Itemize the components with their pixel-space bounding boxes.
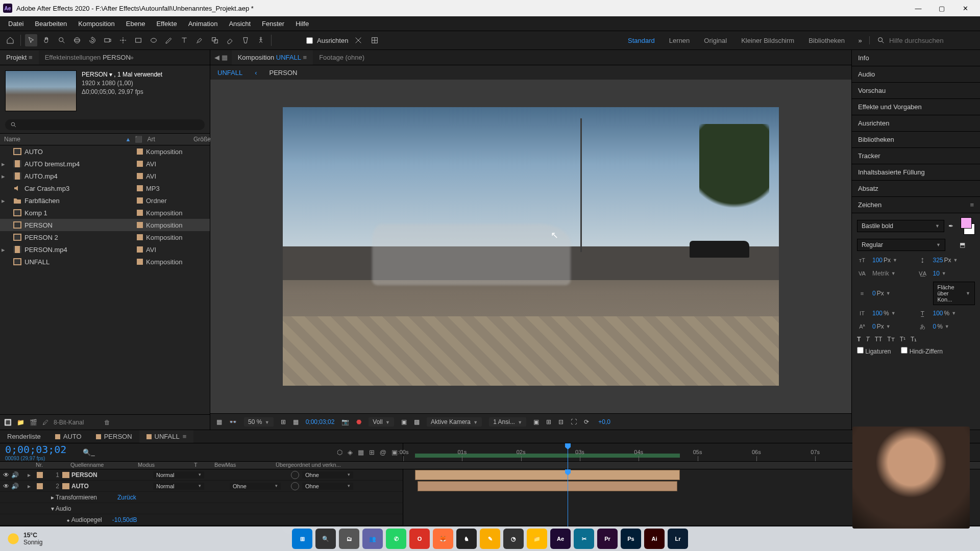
- subscript-button[interactable]: T₁: [911, 336, 917, 343]
- visibility-icon[interactable]: 👁: [3, 471, 9, 479]
- layer-property-audio[interactable]: ▾ Audio: [0, 503, 403, 514]
- taskbar-app[interactable]: ✂: [574, 529, 594, 549]
- menu-ansicht[interactable]: Ansicht: [224, 18, 256, 30]
- snap-grid-icon[interactable]: [369, 34, 381, 46]
- color-icon[interactable]: ⬣: [356, 418, 361, 425]
- taskbar-app[interactable]: ♞: [456, 529, 477, 549]
- new-folder-icon[interactable]: 📁: [17, 419, 24, 426]
- swap-colors-icon[interactable]: ⬒: [949, 241, 975, 248]
- pickwhip-icon[interactable]: [291, 482, 299, 490]
- pen-tool-icon[interactable]: [163, 34, 175, 46]
- col-size[interactable]: Größe: [189, 134, 210, 145]
- menu-animation[interactable]: Animation: [183, 18, 223, 30]
- col-label[interactable]: ⬛: [131, 134, 143, 145]
- taskbar-app[interactable]: ⊞: [292, 529, 312, 549]
- new-comp-icon[interactable]: 🎬: [30, 419, 37, 426]
- timeline-timecode[interactable]: 0;00;03;02: [5, 443, 66, 456]
- superscript-button[interactable]: T¹: [900, 336, 905, 343]
- ligatures-checkbox[interactable]: Ligaturen: [857, 347, 891, 355]
- blend-mode-dropdown[interactable]: Normal ▾: [153, 471, 204, 479]
- timeline-tab[interactable]: PERSON: [89, 430, 139, 443]
- interpret-icon[interactable]: 🔳: [4, 419, 12, 426]
- visibility-icon[interactable]: 👁: [3, 483, 9, 490]
- panel-character[interactable]: Zeichen≡: [852, 197, 980, 213]
- taskbar-app[interactable]: ✎: [480, 529, 500, 549]
- panel-absatz[interactable]: Absatz: [852, 181, 980, 197]
- project-item[interactable]: ▸PERSON.mp4AVI: [0, 243, 210, 256]
- taskbar-app[interactable]: ◔: [503, 529, 524, 549]
- view1-icon[interactable]: ▣: [533, 418, 539, 425]
- taskbar-app[interactable]: Ps: [621, 529, 641, 549]
- comp-nav-icon[interactable]: ◀ ▦: [214, 54, 228, 61]
- stroke-value[interactable]: 0 Px▼: [872, 290, 915, 297]
- project-item[interactable]: PERSONKomposition: [0, 219, 210, 231]
- baseline-value[interactable]: 0 Px▼: [872, 323, 915, 330]
- home-icon[interactable]: [4, 34, 16, 46]
- project-tab[interactable]: Projekt ≡: [0, 51, 39, 64]
- snap-options-icon[interactable]: [352, 34, 364, 46]
- kerning-value[interactable]: Metrik▼: [872, 270, 915, 277]
- effect-controls-tab[interactable]: Effekteinstellungen PERSON »: [39, 51, 137, 64]
- workspace-overflow-icon[interactable]: »: [854, 34, 866, 46]
- layer-property-transform[interactable]: ▸ TransformierenZurück: [0, 492, 403, 503]
- timeline-search-icon[interactable]: 🔍_: [83, 448, 94, 456]
- hindi-checkbox[interactable]: Hindi-Ziffern: [901, 347, 942, 355]
- smallcaps-button[interactable]: Tᴛ: [887, 336, 894, 343]
- comp-tab[interactable]: Komposition UNFALL ≡: [232, 50, 313, 65]
- italic-button[interactable]: T: [866, 336, 869, 343]
- leading-value[interactable]: 325 Px▼: [933, 257, 975, 264]
- workspace-standard[interactable]: Standard: [628, 37, 655, 44]
- layer-property-audiolevel[interactable]: ⬥ Audiopegel-10,50dB: [0, 514, 403, 525]
- col-name[interactable]: Name: [0, 134, 126, 145]
- close-button[interactable]: ✕: [953, 0, 977, 16]
- eyedropper-icon[interactable]: ✒: [948, 222, 953, 230]
- rectangle-tool-icon[interactable]: [132, 34, 144, 46]
- depth-label[interactable]: 8-Bit-Kanal: [54, 419, 84, 426]
- font-family-dropdown[interactable]: Bastile bold▼: [857, 220, 944, 232]
- taskbar-app[interactable]: ✆: [386, 529, 406, 549]
- timeline-tab[interactable]: Renderliste: [0, 430, 48, 443]
- exposure-value[interactable]: +0,0: [598, 418, 610, 425]
- type-tool-icon[interactable]: [178, 34, 190, 46]
- channel-icon[interactable]: 👓: [229, 418, 237, 425]
- panel-vorschau[interactable]: Vorschau: [852, 83, 980, 99]
- panel-info[interactable]: Info: [852, 50, 980, 66]
- menu-datei[interactable]: Datei: [3, 18, 29, 30]
- taskbar-app[interactable]: 📁: [527, 529, 547, 549]
- transparency-icon[interactable]: ▩: [414, 418, 420, 425]
- refresh-icon[interactable]: ⟳: [584, 418, 589, 425]
- workspace-bibliotheken[interactable]: Bibliotheken: [808, 37, 845, 44]
- footage-tab[interactable]: Footage (ohne): [313, 50, 371, 65]
- taskbar-app[interactable]: Lr: [668, 529, 688, 549]
- weather-widget[interactable]: 15°C Sonnig: [0, 532, 42, 546]
- fill-over-stroke-dropdown[interactable]: Fläche über Kon...▼: [933, 282, 975, 305]
- parent-dropdown[interactable]: Ohne ▾: [302, 483, 353, 490]
- selection-tool-icon[interactable]: [25, 34, 37, 46]
- puppet-tool-icon[interactable]: [255, 34, 267, 46]
- audio-icon[interactable]: 🔊: [11, 483, 19, 490]
- menu-fenster[interactable]: Fenster: [257, 18, 289, 30]
- tl-btn5-icon[interactable]: @: [380, 448, 386, 456]
- project-item[interactable]: ▸AUTO bremst.mp4AVI: [0, 158, 210, 170]
- tl-btn3-icon[interactable]: ▦: [358, 448, 364, 456]
- view4-icon[interactable]: ⛶: [571, 418, 577, 425]
- menu-effekte[interactable]: Effekte: [151, 18, 182, 30]
- res-auto-icon[interactable]: ⊞: [281, 418, 286, 425]
- anchor-tool-icon[interactable]: [117, 34, 129, 46]
- camera-tool-icon[interactable]: [102, 34, 114, 46]
- eraser-tool-icon[interactable]: [224, 34, 236, 46]
- taskbar-app[interactable]: Ae: [550, 529, 571, 549]
- snapshot-icon[interactable]: 📷: [341, 418, 349, 425]
- minimize-button[interactable]: —: [906, 0, 930, 16]
- color-swatches[interactable]: [958, 217, 975, 235]
- region-icon[interactable]: ▣: [401, 418, 407, 425]
- bold-button[interactable]: T: [857, 336, 861, 343]
- timeline-tab[interactable]: UNFALL ≡: [139, 430, 194, 443]
- project-search[interactable]: [5, 119, 205, 130]
- composition-viewer[interactable]: ↖: [210, 80, 851, 413]
- timeline-tab[interactable]: AUTO: [48, 430, 89, 443]
- hand-tool-icon[interactable]: [40, 34, 53, 46]
- menu-hilfe[interactable]: Hilfe: [290, 18, 314, 30]
- panel-effekte-und-vorgaben[interactable]: Effekte und Vorgaben: [852, 99, 980, 115]
- rotate-tool-icon[interactable]: [86, 34, 99, 46]
